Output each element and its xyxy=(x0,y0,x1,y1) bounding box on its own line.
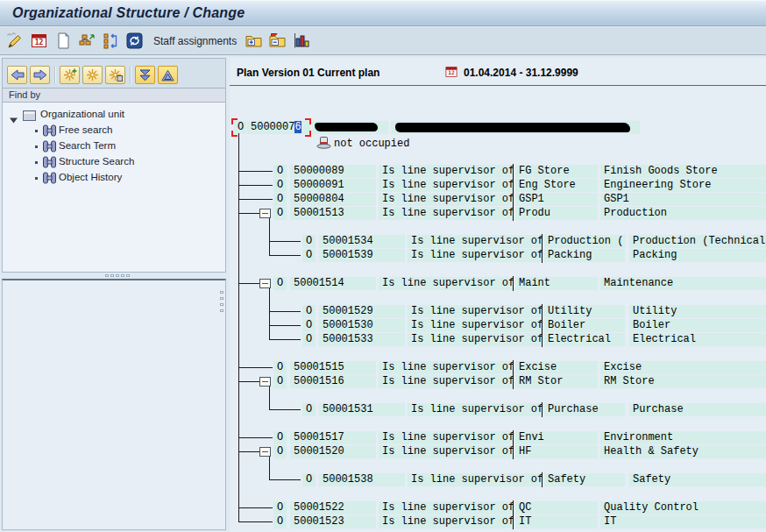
cell-relationship[interactable]: Is line supervisor of xyxy=(379,277,513,290)
cell-short-name[interactable]: Packing xyxy=(544,249,625,262)
cell-short-name[interactable]: RM Stor xyxy=(515,375,598,388)
back-button[interactable] xyxy=(7,66,27,84)
refresh-icon[interactable] xyxy=(125,32,144,50)
cell-short-name[interactable]: Envi xyxy=(515,431,598,444)
cell-relationship[interactable]: Is line supervisor of xyxy=(379,431,513,444)
cell-relationship[interactable]: Is line supervisor of xyxy=(379,501,513,514)
cell-id[interactable]: 50001531 xyxy=(319,403,405,416)
create-search-button[interactable] xyxy=(60,66,80,84)
cell-long-name[interactable]: Purchase xyxy=(629,403,766,416)
cell-short-name[interactable]: Maint xyxy=(515,277,598,290)
pencil-icon[interactable] xyxy=(5,32,24,50)
cell-long-name[interactable]: RM Store xyxy=(600,375,766,388)
cell-short-name[interactable]: Produ xyxy=(515,207,598,220)
cell-type[interactable]: O xyxy=(302,319,316,332)
cell-relationship[interactable]: Is line supervisor of xyxy=(408,403,542,416)
start-search-button[interactable] xyxy=(82,66,103,84)
cell-short-name[interactable]: Production ( xyxy=(544,235,625,248)
cell-id[interactable]: 50001516 xyxy=(290,375,376,388)
calendar-icon[interactable]: 12 xyxy=(444,65,458,79)
cell-id[interactable]: 50001515 xyxy=(290,361,376,374)
cell-type[interactable]: O xyxy=(273,361,287,374)
create-icon[interactable] xyxy=(54,32,73,50)
cell-relationship[interactable]: Is line supervisor of xyxy=(379,193,513,206)
cell-id[interactable]: 50001517 xyxy=(290,431,376,444)
cell-type[interactable]: O xyxy=(273,277,287,290)
cell-short-name[interactable]: Purchase xyxy=(544,403,625,416)
cell-long-name[interactable]: Production xyxy=(600,207,766,220)
panel-splitter[interactable] xyxy=(2,273,226,279)
cell-type[interactable]: O xyxy=(302,473,316,486)
staff-assignments-button[interactable]: Staff assignments xyxy=(153,35,237,47)
cell-type[interactable]: O xyxy=(302,333,316,346)
cell-short-name[interactable]: QC xyxy=(515,501,598,514)
cell-id[interactable]: 50001534 xyxy=(319,235,405,248)
cell-long-name[interactable]: Boiler xyxy=(629,319,766,332)
cell-type[interactable]: O xyxy=(273,193,287,206)
cell-id[interactable]: 50001522 xyxy=(290,501,376,514)
cell-long-name[interactable]: Packing xyxy=(629,249,766,262)
cell-type[interactable]: O xyxy=(302,249,316,262)
cell-type[interactable]: O xyxy=(273,431,287,444)
cell-long-name[interactable]: Electrical xyxy=(629,333,766,346)
cell-id[interactable]: 50000089 xyxy=(290,165,376,178)
cell-short-name[interactable]: HF xyxy=(515,445,598,458)
cell-id[interactable]: 50001513 xyxy=(290,207,376,220)
tree-node-organizational-unit[interactable]: Organizational unit xyxy=(3,107,225,123)
cell-id[interactable]: 50001533 xyxy=(319,333,405,346)
cell-relationship[interactable]: Is line supervisor of xyxy=(379,515,513,528)
cell-type[interactable]: O xyxy=(273,515,287,528)
sidebar-item-structure-search[interactable]: Structure Search xyxy=(3,154,225,170)
cell-relationship[interactable]: Is line supervisor of xyxy=(408,473,542,486)
cell-type[interactable]: O xyxy=(273,179,287,192)
cell-relationship[interactable]: Is line supervisor of xyxy=(408,305,542,318)
expand-node-icon[interactable] xyxy=(245,32,263,50)
cell-id[interactable]: 50000091 xyxy=(290,179,376,192)
cell-type[interactable]: O xyxy=(273,445,287,458)
tree-node-label[interactable]: Organizational unit xyxy=(40,109,124,119)
cell-long-name[interactable]: Maintenance xyxy=(600,277,766,290)
sidebar-item-label[interactable]: Object History xyxy=(59,172,122,182)
chart-icon[interactable] xyxy=(292,32,310,50)
sidebar-item-search-term[interactable]: Search Term xyxy=(3,138,225,154)
cell-long-name[interactable]: Utility xyxy=(629,305,766,318)
delete-search-button[interactable] xyxy=(105,66,125,84)
cell-relationship[interactable]: Is line supervisor of xyxy=(408,333,542,346)
cell-short-name[interactable]: IT xyxy=(515,515,598,528)
cell-short-name[interactable]: Safety xyxy=(544,473,625,486)
root-cell-short-name[interactable] xyxy=(312,121,388,134)
cell-id[interactable]: 50001514 xyxy=(290,277,376,290)
cell-relationship[interactable]: Is line supervisor of xyxy=(379,207,513,220)
cell-id[interactable]: 50001530 xyxy=(319,319,405,332)
cell-id[interactable]: 50001520 xyxy=(290,445,376,458)
cell-short-name[interactable]: FG Store xyxy=(515,165,598,178)
org-object-icon[interactable] xyxy=(78,32,96,50)
move-down-button[interactable] xyxy=(135,66,155,84)
cell-short-name[interactable]: Utility xyxy=(544,305,625,318)
cell-long-name[interactable]: Safety xyxy=(629,473,766,486)
cell-long-name[interactable]: Environment xyxy=(600,431,766,444)
cell-short-name[interactable]: Boiler xyxy=(544,319,625,332)
cell-long-name[interactable]: IT xyxy=(600,515,766,528)
cell-id[interactable]: 50001523 xyxy=(290,515,376,528)
sidebar-item-label[interactable]: Search Term xyxy=(59,140,116,151)
cell-relationship[interactable]: Is line supervisor of xyxy=(379,361,513,374)
cell-short-name[interactable]: Electrical xyxy=(544,333,625,346)
splitter-handle[interactable] xyxy=(220,291,224,317)
cell-long-name[interactable]: Excise xyxy=(600,361,766,374)
sidebar-item-object-history[interactable]: Object History xyxy=(3,170,225,186)
cell-id[interactable]: 50001539 xyxy=(319,249,405,262)
cell-short-name[interactable]: GSP1 xyxy=(515,193,598,206)
cell-long-name[interactable]: Quality Control xyxy=(600,501,766,514)
cell-relationship[interactable]: Is line supervisor of xyxy=(408,319,542,332)
cell-id[interactable]: 50001529 xyxy=(319,305,405,318)
cell-relationship[interactable]: Is line supervisor of xyxy=(379,179,513,192)
root-cell-id[interactable]: 50000076 xyxy=(247,121,310,134)
cell-type[interactable]: O xyxy=(273,165,287,178)
cell-long-name[interactable]: Engineering Store xyxy=(600,179,766,192)
cell-type[interactable]: O xyxy=(302,235,316,248)
forward-button[interactable] xyxy=(30,66,50,84)
cell-id[interactable]: 50000804 xyxy=(290,193,376,206)
cell-id[interactable]: 50001538 xyxy=(319,473,405,486)
move-up-button[interactable] xyxy=(158,66,178,84)
